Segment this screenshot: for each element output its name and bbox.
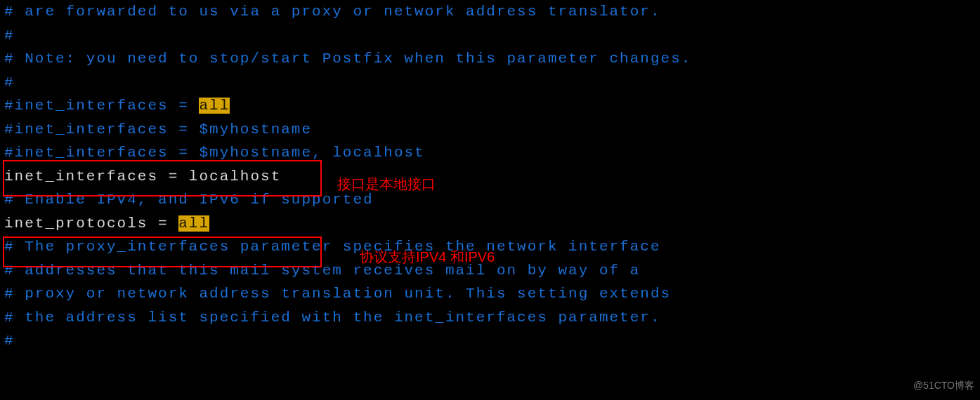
comment-line: # are forwarded to us via a proxy or net…	[4, 0, 980, 24]
text-fragment: inet_protocols =	[4, 215, 178, 232]
comment-line: #inet_interfaces = $myhostname, localhos…	[4, 141, 980, 165]
comment-line: #inet_interfaces = $myhostname	[4, 118, 980, 142]
comment-line: #	[4, 329, 980, 353]
search-highlight: all	[178, 215, 209, 232]
comment-line: #inet_interfaces = all	[4, 94, 980, 118]
watermark: @51CTO博客	[913, 374, 974, 398]
config-line-inet-interfaces: inet_interfaces = localhost	[4, 165, 980, 189]
text-fragment: #inet_interfaces =	[4, 98, 199, 114]
comment-line: # Enable IPv4, and IPv6 if supported	[4, 188, 980, 212]
comment-line: # Note: you need to stop/start Postfix w…	[4, 47, 980, 71]
comment-line: # proxy or network address translation u…	[4, 282, 980, 306]
config-file-view: # are forwarded to us via a proxy or net…	[0, 0, 980, 353]
comment-line: #	[4, 24, 980, 48]
comment-line: #	[4, 71, 980, 95]
config-line-inet-protocols: inet_protocols = all	[4, 212, 980, 236]
comment-line: # the address list specified with the in…	[4, 306, 980, 330]
search-highlight: all	[199, 98, 230, 114]
annotation-text-interfaces: 接口是本地接口	[337, 173, 436, 196]
annotation-text-protocols: 协议支持IPV4 和IPV6	[360, 246, 495, 269]
